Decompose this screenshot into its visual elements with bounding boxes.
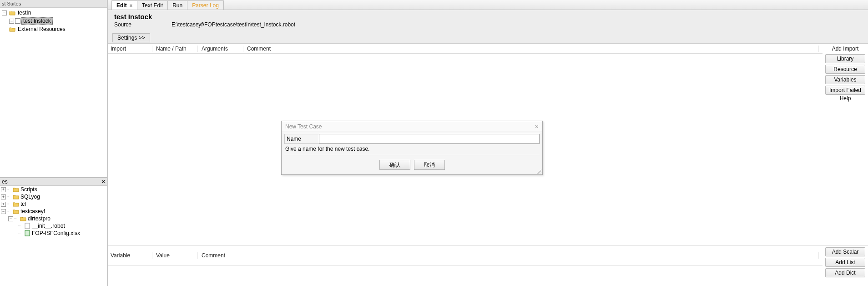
ok-button[interactable]: 确认	[379, 160, 410, 170]
col-import: Import	[111, 46, 152, 52]
add-list-button[interactable]: Add List	[825, 258, 865, 267]
file-row-testcaseyf[interactable]: −┈ testcaseyf	[0, 208, 107, 215]
col-comment: Comment	[202, 252, 819, 259]
file-label: FOP-ISFConfig.xlsx	[32, 230, 80, 236]
files-panel-title: es	[2, 179, 8, 185]
import-buttons: Add Import Library Resource Variables Im…	[823, 44, 868, 245]
folder-icon	[9, 26, 15, 32]
folder-icon	[13, 187, 19, 192]
add-import-caption: Add Import	[825, 46, 865, 52]
file-label: SQLyog	[20, 194, 40, 200]
file-icon	[24, 223, 30, 229]
tab-bar: Edit × Text Edit Run Parser Log	[108, 0, 868, 10]
cancel-button[interactable]: 取消	[414, 160, 445, 170]
file-row-sqlyog[interactable]: +┈ SQLyog	[0, 193, 107, 200]
svg-rect-0	[25, 223, 30, 229]
file-label: testcaseyf	[20, 208, 45, 214]
file-label: __init__.robot	[32, 223, 65, 229]
file-label: tcl	[20, 201, 26, 207]
expand-icon[interactable]: +	[1, 202, 6, 207]
new-test-case-dialog: New Test Case × Name Give a name for the…	[281, 121, 543, 175]
file-row-dirtestpro[interactable]: −┈ dirtestpro	[0, 215, 107, 222]
test-suites-panel: st Suites − testIn − test Instock Extern…	[0, 0, 107, 178]
imports-grid-header: Import Name / Path Arguments Comment	[108, 44, 823, 54]
test-suites-title: st Suites	[0, 0, 107, 8]
resize-grip-icon[interactable]	[537, 169, 541, 174]
col-arguments: Arguments	[202, 46, 243, 52]
tab-parser-log[interactable]: Parser Log	[187, 0, 224, 10]
file-xlsx-icon	[24, 230, 30, 236]
tree-toggle[interactable]: −	[2, 10, 7, 15]
close-icon[interactable]: ×	[535, 123, 539, 130]
tab-label: Parser Log	[192, 2, 219, 9]
tree-row-test-instock[interactable]: − test Instock	[0, 17, 107, 25]
settings-button[interactable]: Settings >>	[112, 33, 150, 42]
files-tree[interactable]: +┈ Scripts +┈ SQLyog +┈ tcl −┈ testcasey…	[0, 186, 107, 286]
file-row-scripts[interactable]: +┈ Scripts	[0, 186, 107, 193]
file-row-tcl[interactable]: +┈ tcl	[0, 200, 107, 208]
source-label: Source	[114, 21, 172, 28]
tree-toggle[interactable]: −	[9, 19, 14, 24]
files-panel-header: es ✕	[0, 178, 107, 186]
col-comment: Comment	[247, 46, 819, 52]
tree-label: External Resources	[17, 26, 66, 32]
col-value: Value	[156, 252, 198, 259]
close-icon[interactable]: ✕	[100, 179, 107, 185]
tree-checkbox[interactable]	[15, 18, 20, 24]
page-header: test Instock Source E:\testcaseyf\FOPtes…	[108, 10, 868, 29]
dialog-hint: Give a name for the new test case.	[284, 144, 540, 154]
tab-label: Run	[172, 2, 182, 9]
library-button[interactable]: Library	[825, 54, 865, 63]
file-row-init[interactable]: ┈ __init__.robot	[0, 222, 107, 230]
file-label: Scripts	[20, 186, 37, 193]
resource-button[interactable]: Resource	[825, 65, 865, 74]
settings-bar: Settings >>	[108, 29, 868, 44]
import-failed-help-button[interactable]: Import Failed Help	[825, 86, 865, 95]
variables-grid-header: Variable Value Comment	[108, 245, 823, 266]
dialog-titlebar[interactable]: New Test Case ×	[282, 121, 542, 132]
expand-icon[interactable]: +	[1, 194, 6, 199]
dialog-title: New Test Case	[285, 123, 322, 130]
tree-row-testin[interactable]: − testIn	[0, 9, 107, 17]
folder-icon	[20, 216, 26, 221]
tab-label: Edit	[116, 2, 127, 9]
col-variable: Variable	[111, 252, 152, 259]
tab-edit[interactable]: Edit ×	[111, 0, 137, 10]
close-icon[interactable]: ×	[130, 3, 132, 8]
test-suites-tree[interactable]: − testIn − test Instock External Resourc…	[0, 8, 107, 177]
file-row-fopconfig[interactable]: ┈ FOP-ISFConfig.xlsx	[0, 230, 107, 237]
folder-icon	[9, 10, 15, 15]
name-label: Name	[284, 134, 319, 144]
tab-run[interactable]: Run	[167, 0, 187, 10]
tab-label: Text Edit	[142, 2, 163, 9]
variables-button[interactable]: Variables	[825, 75, 865, 84]
collapse-icon[interactable]: −	[1, 209, 6, 214]
expand-icon[interactable]: +	[1, 187, 6, 192]
name-input[interactable]	[319, 134, 540, 144]
svg-rect-1	[25, 230, 30, 236]
tree-label: testIn	[17, 10, 32, 16]
add-dict-button[interactable]: Add Dict	[825, 268, 865, 277]
tree-toggle-placeholder	[2, 27, 7, 32]
folder-icon	[13, 201, 19, 207]
tree-row-external[interactable]: External Resources	[0, 25, 107, 33]
collapse-icon[interactable]: −	[8, 216, 13, 221]
folder-icon	[13, 194, 19, 199]
tree-label-selected: test Instock	[21, 17, 53, 25]
files-panel: es ✕ +┈ Scripts +┈ SQLyog +┈ tcl −┈	[0, 178, 107, 286]
variable-buttons: Add Scalar Add List Add Dict	[823, 245, 868, 286]
source-path: E:\testcaseyf\FOPtestcase\testIn\test_In…	[172, 21, 295, 28]
folder-icon	[13, 209, 19, 214]
add-scalar-button[interactable]: Add Scalar	[825, 247, 865, 256]
tab-text-edit[interactable]: Text Edit	[137, 0, 168, 10]
file-label: dirtestpro	[28, 215, 50, 222]
page-title: test Instock	[114, 13, 862, 20]
col-name-path: Name / Path	[156, 46, 198, 52]
variables-grid-body[interactable]	[108, 266, 823, 286]
